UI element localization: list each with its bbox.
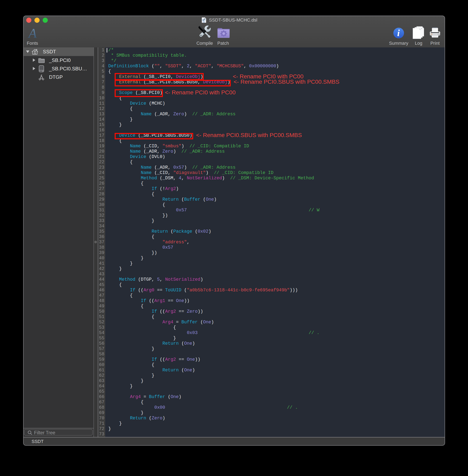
svg-text:i: i bbox=[397, 28, 400, 38]
svg-text:A: A bbox=[28, 26, 37, 41]
svg-text:DSL: DSL bbox=[203, 21, 205, 23]
